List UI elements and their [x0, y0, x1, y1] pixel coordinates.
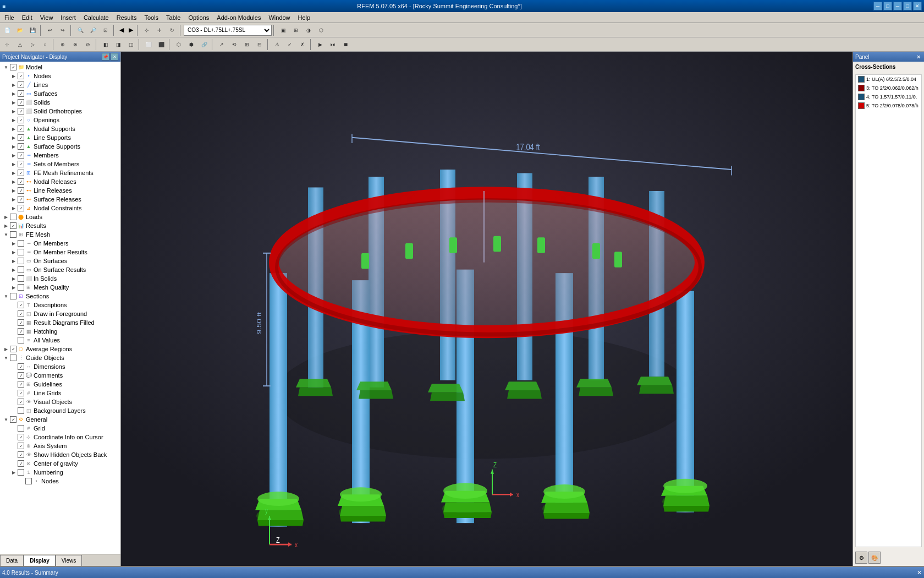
tb2-btn10[interactable]: ◫: [125, 39, 137, 51]
tree-background-layers[interactable]: ◫ Background Layers: [0, 406, 120, 415]
window-minimize-btn[interactable]: ─: [893, 2, 902, 10]
cb-openings[interactable]: ✓: [18, 117, 24, 123]
tb2-btn16[interactable]: ↗: [216, 39, 228, 51]
tb2-btn5[interactable]: ⊕: [57, 39, 69, 51]
menu-item-add-on-modules[interactable]: Add-on Modules: [213, 13, 264, 22]
tree-sets-members[interactable]: ▶ ✓ ━ Sets of Members: [0, 160, 120, 168]
tb2-btn12[interactable]: ⬛: [155, 39, 167, 51]
cb-fe-mesh-ref[interactable]: ✓: [18, 170, 24, 176]
cb-general[interactable]: ✓: [10, 416, 16, 423]
cb-show-hidden[interactable]: ✓: [18, 451, 24, 458]
tb2-btn14[interactable]: ⬢: [185, 39, 197, 51]
tree-model[interactable]: ▼ ✓ 📁 Model: [0, 63, 120, 72]
cb-on-surfaces[interactable]: [18, 258, 24, 264]
move-btn[interactable]: ✛: [153, 24, 166, 36]
cb-visual-objects[interactable]: ✓: [18, 399, 24, 405]
tree-nodes-sub[interactable]: • Nodes: [0, 477, 120, 486]
tree-guidelines[interactable]: ✓ ⊞ Guidelines: [0, 380, 120, 389]
tb2-btn3[interactable]: ▷: [26, 39, 38, 51]
tb2-btn17[interactable]: ⟲: [228, 39, 240, 51]
tree-general[interactable]: ▼ ✓ ⚙ General: [0, 415, 120, 424]
cb-all-values[interactable]: [18, 337, 24, 343]
cb-on-members[interactable]: [18, 240, 24, 247]
cb-lines[interactable]: ✓: [18, 81, 24, 88]
zoom-in-btn[interactable]: 🔍: [74, 24, 86, 36]
tb2-btn1[interactable]: ⊹: [1, 39, 13, 51]
tree-draw-foreground[interactable]: ✓ ◱ Draw in Foreground: [0, 309, 120, 318]
cb-loads[interactable]: [10, 214, 16, 220]
tree-hatching[interactable]: ✓ ▦ Hatching: [0, 327, 120, 336]
menu-item-table[interactable]: Table: [163, 13, 184, 22]
tb2-btn8[interactable]: ◧: [100, 39, 112, 51]
cb-model[interactable]: ✓: [10, 64, 16, 70]
cb-nodal-supports[interactable]: ✓: [18, 126, 24, 132]
cb-comments[interactable]: ✓: [18, 372, 24, 379]
tree-lines[interactable]: ▶ ✓ ╱ Lines: [0, 80, 120, 89]
cb-nodal-constraints[interactable]: ✓: [18, 205, 24, 211]
tb2-btn7[interactable]: ⊘: [82, 39, 94, 51]
new-btn[interactable]: 📄: [1, 24, 13, 36]
tree-members[interactable]: ▶ ✓ ━ Members: [0, 151, 120, 160]
menu-item-view[interactable]: View: [37, 13, 57, 22]
tree-visual-objects[interactable]: ✓ 👁 Visual Objects: [0, 397, 120, 406]
cb-draw-foreground[interactable]: ✓: [18, 310, 24, 317]
cb-nodes[interactable]: ✓: [18, 73, 24, 79]
cb-results[interactable]: ✓: [10, 222, 16, 229]
tree-nodal-releases[interactable]: ▶ ✓ ⊷ Nodal Releases: [0, 177, 120, 186]
menu-item-file[interactable]: File: [1, 13, 18, 22]
tree-fe-mesh[interactable]: ▼ ⊞ FE Mesh: [0, 230, 120, 239]
tree-surfaces[interactable]: ▶ ✓ ▭ Surfaces: [0, 89, 120, 98]
tb2-btn15[interactable]: 🔗: [198, 39, 210, 51]
cb-hatching[interactable]: ✓: [18, 328, 24, 335]
tb2-btn23[interactable]: ▶: [314, 39, 326, 51]
cb-surface-releases[interactable]: ✓: [18, 196, 24, 203]
app-minimize-btn[interactable]: ─: [873, 2, 882, 10]
cb-descriptions[interactable]: ✓: [18, 302, 24, 308]
tb2-btn20[interactable]: ⚠: [271, 39, 283, 51]
menu-item-tools[interactable]: Tools: [141, 13, 162, 22]
cb-avg-regions[interactable]: ✓: [10, 346, 16, 352]
tree-fe-mesh-ref[interactable]: ▶ ✓ ⊞ FE Mesh Refinements: [0, 168, 120, 177]
tree-line-grids[interactable]: ✓ # Line Grids: [0, 389, 120, 397]
tb2-btn18[interactable]: ⊞: [241, 39, 253, 51]
tree-sections[interactable]: ▼ ⊡ Sections: [0, 292, 120, 301]
tree-show-hidden[interactable]: ✓ 👁 Show Hidden Objects Back: [0, 450, 120, 459]
tab-display[interactable]: Display: [24, 555, 56, 566]
window-close-btn[interactable]: ✕: [913, 2, 922, 10]
cb-numbering[interactable]: [18, 469, 24, 476]
menu-item-results[interactable]: Results: [113, 13, 140, 22]
app-maximize-btn[interactable]: □: [883, 2, 892, 10]
cb-nodes-sub[interactable]: [25, 478, 32, 484]
cb-in-solids[interactable]: [18, 275, 24, 282]
tree-coord-info[interactable]: ✓ ⊹ Coordinate Info on Cursor: [0, 433, 120, 441]
rotate-btn[interactable]: ↻: [166, 24, 178, 36]
cb-guide-objects[interactable]: [10, 355, 16, 361]
cb-center-gravity[interactable]: ✓: [18, 460, 24, 467]
tree-on-surfaces[interactable]: ▶ ▭ On Surfaces: [0, 257, 120, 265]
cb-coord-info[interactable]: ✓: [18, 434, 24, 440]
cb-solids[interactable]: ✓: [18, 99, 24, 106]
cb-nodal-releases[interactable]: ✓: [18, 178, 24, 185]
tree-comments[interactable]: ✓ 💬 Comments: [0, 371, 120, 380]
menu-item-edit[interactable]: Edit: [19, 13, 36, 22]
nav-back-btn[interactable]: ◀: [117, 25, 126, 35]
cb-surfaces[interactable]: ✓: [18, 90, 24, 97]
cb-line-grids[interactable]: ✓: [18, 390, 24, 396]
cb-members[interactable]: ✓: [18, 152, 24, 159]
undo-btn[interactable]: ↩: [44, 24, 56, 36]
tree-descriptions[interactable]: ✓ T Descriptions: [0, 301, 120, 309]
iso-btn[interactable]: ⬡: [315, 24, 327, 36]
tb2-btn19[interactable]: ⊟: [254, 39, 266, 51]
tree-all-values[interactable]: ≡ All Values: [0, 336, 120, 345]
viewport[interactable]: 17.04 ft 9.50 ft: [121, 52, 853, 566]
menu-item-calculate[interactable]: Calculate: [80, 13, 112, 22]
zoom-fit-btn[interactable]: ⊡: [100, 24, 112, 36]
tree-surface-supports[interactable]: ▶ ✓ ▲ Surface Supports: [0, 142, 120, 151]
wireframe-btn[interactable]: ⊞: [290, 24, 302, 36]
panel-color-btn[interactable]: 🎨: [868, 552, 881, 564]
tb2-btn13[interactable]: ⬡: [173, 39, 185, 51]
cb-grid[interactable]: [18, 425, 24, 432]
menu-item-help[interactable]: Help: [295, 13, 314, 22]
tree-solids[interactable]: ▶ ✓ ⬜ Solids: [0, 98, 120, 107]
menu-item-insert[interactable]: Insert: [57, 13, 79, 22]
